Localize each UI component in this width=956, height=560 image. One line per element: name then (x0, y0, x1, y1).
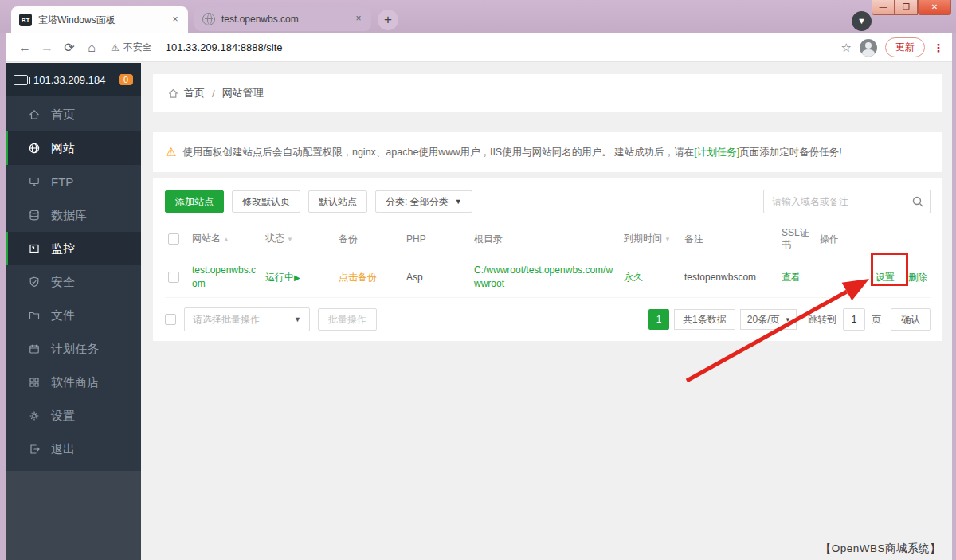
sidebar-server-header[interactable]: 101.33.209.184 0 (6, 63, 141, 96)
server-ip: 101.33.209.184 (33, 74, 119, 86)
col-header-expire[interactable]: 到期时间▼ (621, 221, 681, 257)
pager-row: 请选择批量操作 ▼ 批量操作 1 共1条数据 20条/页 ▾ 跳转到 页 (165, 307, 931, 331)
category-filter-label: 分类: 全部分类 (386, 191, 449, 212)
sort-asc-icon[interactable]: ▲ (223, 236, 229, 243)
sidebar-item-logout[interactable]: 退出 (6, 433, 141, 466)
notice-text-after: 页面添加定时备份任务! (739, 147, 841, 158)
profile-avatar[interactable] (860, 39, 877, 57)
home-icon (167, 88, 179, 100)
col-header-site-name[interactable]: 网站名▲ (189, 221, 262, 257)
sidebar-item-settings[interactable]: 设置 (6, 399, 141, 433)
sidebar-item-label: 网站 (51, 141, 75, 156)
php-version[interactable]: Asp (406, 272, 423, 283)
sidebar-item-label: 数据库 (51, 208, 87, 223)
maximize-button[interactable]: ❐ (895, 0, 918, 15)
chrome-update-button[interactable]: 更新 (885, 37, 925, 57)
notice-text-before: 使用面板创建站点后会自动配置权限，nginx、apache使用www用户，IIS… (182, 147, 694, 158)
default-site-button[interactable]: 默认站点 (308, 190, 367, 213)
site-settings-link[interactable]: 设置 (876, 272, 895, 283)
more-menu-icon[interactable]: ⋮ (933, 41, 944, 54)
cron-page-link[interactable]: [计划任务] (694, 147, 739, 158)
browser-toolbar: ← → ⟳ ⌂ ⚠ 不安全 101.33.209.184:8888/site ☆… (6, 33, 952, 62)
sidebar-item-home[interactable]: 首页 (6, 98, 141, 131)
sidebar-item-cron[interactable]: 计划任务 (6, 332, 141, 366)
sidebar-item-monitor[interactable]: 监控 (6, 232, 141, 265)
sidebar-item-website[interactable]: 网站 (6, 131, 141, 165)
col-header-root: 根目录 (471, 221, 621, 257)
select-all-checkbox[interactable] (168, 233, 179, 245)
back-icon[interactable]: ← (14, 41, 36, 55)
url-text[interactable]: 101.33.209.184:8888/site (166, 41, 283, 53)
table-row: test.openwbs.com 运行中▶ 点击备份 Asp C:/wwwroo… (165, 257, 931, 298)
close-tab-icon[interactable]: × (169, 14, 182, 26)
status-running[interactable]: 运行中▶ (265, 272, 300, 283)
site-name-link[interactable]: test.openwbs.com (192, 264, 256, 289)
confirm-jump-button[interactable]: 确认 (891, 308, 931, 331)
toolbar-right: ☆ 更新 ⋮ (841, 37, 944, 57)
backup-link[interactable]: 点击备份 (339, 272, 377, 283)
sidebar-item-database[interactable]: 数据库 (6, 198, 141, 232)
sidebar-item-appstore[interactable]: 软件商店 (6, 366, 141, 399)
new-tab-button[interactable]: + (378, 10, 398, 30)
site-table: 网站名▲ 状态▼ 备份 PHP 根目录 到期时间▼ 备注 SSL证书 操作 (165, 221, 931, 298)
sidebar-item-files[interactable]: 文件 (6, 299, 141, 332)
site-delete-link[interactable]: 删除 (908, 272, 927, 283)
sort-desc-icon[interactable]: ▼ (664, 236, 671, 243)
sort-desc-icon[interactable]: ▼ (287, 236, 293, 243)
add-site-button[interactable]: 添加站点 (165, 190, 224, 213)
modify-default-page-button[interactable]: 修改默认页 (232, 190, 300, 213)
window-controls: — ❐ ✕ (872, 0, 951, 15)
tools-row: 添加站点 修改默认页 默认站点 分类: 全部分类 ▼ (165, 190, 931, 213)
row-checkbox[interactable] (168, 272, 179, 283)
gear-icon (28, 409, 41, 422)
batch-action-placeholder: 请选择批量操作 (193, 313, 260, 327)
download-tray-icon[interactable]: ▼ (852, 11, 872, 31)
chevron-down-icon: ▼ (455, 191, 462, 212)
pagination: 1 共1条数据 20条/页 ▾ 跳转到 页 确认 (648, 308, 931, 331)
sidebar-item-ftp[interactable]: FTP (6, 165, 141, 198)
breadcrumb-home[interactable]: 首页 (184, 86, 205, 100)
sidebar-item-label: 软件商店 (51, 375, 99, 390)
search-input[interactable] (763, 190, 931, 213)
home-icon[interactable]: ⌂ (80, 41, 103, 55)
refresh-icon[interactable]: ⟳ (58, 40, 80, 55)
root-path-link[interactable]: C:/wwwroot/test.openwbs.com/wwwroot (474, 264, 613, 289)
notice-banner: ⚠ 使用面板创建站点后会自动配置权限，nginx、apache使用www用户，I… (153, 132, 942, 172)
sidebar-item-label: 设置 (51, 409, 75, 424)
close-window-button[interactable]: ✕ (918, 0, 951, 15)
minimize-button[interactable]: — (872, 0, 895, 15)
play-icon: ▶ (294, 273, 300, 282)
breadcrumb-current: 网站管理 (222, 86, 264, 100)
sidebar-item-security[interactable]: 安全 (6, 265, 141, 299)
database-icon (28, 209, 41, 221)
ssl-view-link[interactable]: 查看 (782, 272, 801, 283)
sidebar-item-label: FTP (51, 175, 73, 189)
sidebar-item-label: 安全 (51, 275, 75, 290)
address-bar[interactable]: ⚠ 不安全 101.33.209.184:8888/site (111, 41, 841, 54)
grid-icon (28, 376, 41, 389)
tab-openwbs[interactable]: test.openwbs.com × (194, 7, 371, 31)
col-header-remark: 备注 (681, 221, 778, 257)
tab-bt-panel[interactable]: BT 宝塔Windows面板 × (11, 6, 188, 33)
col-header-status[interactable]: 状态▼ (262, 221, 335, 257)
bookmark-star-icon[interactable]: ☆ (841, 41, 852, 55)
message-count-badge[interactable]: 0 (119, 74, 133, 85)
close-tab-icon[interactable]: × (352, 13, 365, 25)
tab-title: test.openwbs.com (221, 14, 352, 25)
sidebar-item-label: 退出 (51, 442, 75, 457)
expire-value[interactable]: 永久 (624, 272, 643, 283)
page-number-button[interactable]: 1 (648, 309, 669, 330)
batch-action-dropdown[interactable]: 请选择批量操作 ▼ (184, 307, 310, 331)
tab-strip: BT 宝塔Windows面板 × test.openwbs.com × + (11, 6, 398, 33)
category-filter-dropdown[interactable]: 分类: 全部分类 ▼ (375, 190, 472, 213)
batch-select-all-checkbox[interactable] (165, 314, 176, 325)
per-page-select[interactable]: 20条/页 ▾ (740, 309, 797, 330)
site-list-card: 添加站点 修改默认页 默认站点 分类: 全部分类 ▼ (153, 178, 942, 341)
home-icon (28, 108, 41, 121)
jump-page-input[interactable] (843, 308, 865, 331)
remark-value[interactable]: testopenwbscom (684, 272, 756, 283)
batch-action-button[interactable]: 批量操作 (318, 308, 377, 331)
forward-icon[interactable]: → (36, 41, 58, 55)
calendar-icon (28, 343, 41, 355)
search-icon[interactable] (911, 195, 924, 208)
